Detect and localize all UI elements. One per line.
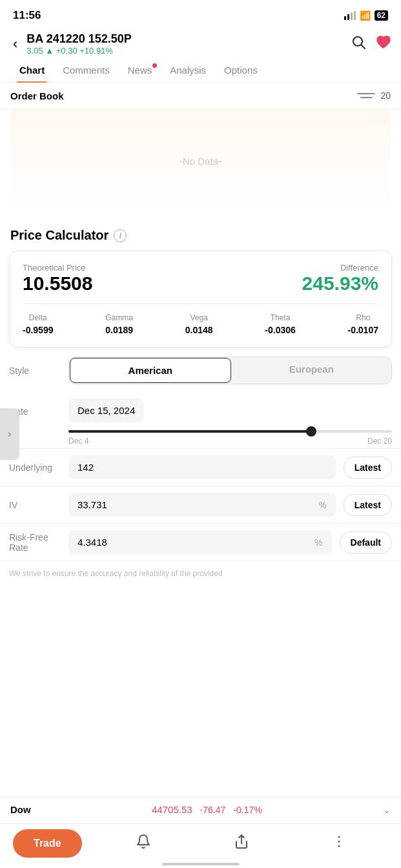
- header-title-block: BA 241220 152.50P 3.05 ▲ +0.30 +10.91%: [26, 32, 131, 56]
- risk-free-rate-input[interactable]: 4.3418 %: [68, 530, 332, 554]
- header-title: BA 241220 152.50P: [26, 32, 131, 46]
- svg-point-4: [338, 841, 340, 843]
- american-style-button[interactable]: American: [70, 358, 231, 383]
- notification-icon[interactable]: [129, 831, 158, 856]
- gamma-value: 0.0189: [105, 325, 133, 335]
- risk-free-rate-label: Risk-Free Rate: [9, 532, 61, 553]
- ticker-values: 44705.53 -76.47 -0.17%: [152, 804, 262, 815]
- wifi-icon: 📶: [360, 10, 371, 21]
- calc-divider: [23, 304, 378, 304]
- svg-line-1: [362, 45, 365, 49]
- date-input[interactable]: Dec 15, 2024: [68, 398, 144, 422]
- ticker-pct: -0.17%: [233, 805, 262, 815]
- header: ‹ BA 241220 152.50P 3.05 ▲ +0.30 +10.91%: [0, 28, 401, 58]
- tab-options[interactable]: Options: [215, 58, 267, 82]
- greek-theta: Theta -0.0306: [265, 313, 295, 335]
- header-left: ‹ BA 241220 152.50P 3.05 ▲ +0.30 +10.91%: [10, 32, 132, 56]
- price-calculator-card: Theoretical Price 10.5508 Difference 245…: [9, 251, 392, 347]
- section-title: Price Calculator: [10, 228, 108, 243]
- underlying-value: 142: [77, 462, 327, 473]
- style-label: Style: [9, 366, 61, 376]
- order-book-row: Order Book 20: [0, 83, 401, 109]
- underlying-latest-button[interactable]: Latest: [344, 457, 392, 479]
- chart-area: -No Data-: [10, 109, 391, 212]
- trade-button[interactable]: Trade: [13, 829, 82, 858]
- theta-label: Theta: [271, 313, 291, 322]
- order-book-controls: 20: [357, 89, 391, 102]
- header-right: [351, 34, 391, 54]
- sidebar-arrow-icon: ›: [8, 428, 11, 440]
- risk-free-rate-default-button[interactable]: Default: [340, 532, 392, 553]
- date-slider-container[interactable]: Dec 4 Dec 20: [68, 428, 392, 448]
- date-slider-fill: [68, 430, 311, 433]
- battery-indicator: 62: [375, 10, 388, 21]
- iv-latest-button[interactable]: Latest: [344, 494, 392, 516]
- theoretical-price-label: Theoretical Price: [23, 263, 92, 273]
- filter-icon[interactable]: [357, 89, 375, 102]
- favorite-icon[interactable]: [375, 34, 391, 54]
- delta-value: -0.9599: [23, 325, 53, 335]
- status-bar: 11:56 📶 62: [0, 0, 401, 28]
- underlying-label: Underlying: [9, 462, 61, 473]
- style-toggle: American European: [68, 356, 392, 384]
- rho-value: -0.0107: [348, 325, 378, 335]
- signal-bars-icon: [344, 11, 356, 20]
- iv-row: IV 33.731 % Latest: [0, 486, 401, 523]
- date-right: Dec 15, 2024 Dec 4 Dec 20: [68, 398, 392, 448]
- date-slider-thumb: [306, 426, 316, 437]
- tab-chart[interactable]: Chart: [10, 58, 54, 82]
- ticker-name: Dow: [10, 804, 31, 815]
- underlying-row: Underlying 142 Latest: [0, 448, 401, 486]
- tabs-bar: Chart Comments News Analysis Options: [0, 58, 401, 83]
- iv-label: IV: [9, 500, 61, 510]
- no-data-text: -No Data-: [180, 156, 221, 167]
- date-range-start: Dec 4: [68, 437, 88, 446]
- nav-icons: [95, 831, 388, 856]
- back-button[interactable]: ‹: [10, 33, 20, 55]
- sidebar-handle[interactable]: ›: [0, 408, 19, 460]
- greeks-row: Delta -0.9599 Gamma 0.0189 Vega 0.0148 T…: [23, 313, 378, 335]
- greek-delta: Delta -0.9599: [23, 313, 53, 335]
- disclaimer-text: We strive to ensure the accuracy and rel…: [0, 561, 401, 581]
- risk-free-rate-row: Risk-Free Rate 4.3418 % Default: [0, 523, 401, 561]
- tab-news[interactable]: News: [119, 58, 161, 82]
- greek-gamma: Gamma 0.0189: [105, 313, 133, 335]
- european-style-button[interactable]: European: [232, 357, 392, 384]
- info-icon[interactable]: i: [114, 229, 127, 242]
- difference-label: Difference: [302, 263, 378, 273]
- bottom-nav: Trade: [0, 823, 401, 868]
- greek-vega: Vega 0.0148: [185, 313, 213, 335]
- status-time: 11:56: [13, 9, 41, 22]
- ticker-price: 44705.53: [152, 804, 192, 815]
- underlying-input[interactable]: 142: [68, 455, 336, 479]
- order-count: 20: [380, 90, 391, 101]
- greek-rho: Rho -0.0107: [348, 313, 378, 335]
- theoretical-price-block: Theoretical Price 10.5508: [23, 263, 92, 294]
- gamma-label: Gamma: [105, 313, 133, 322]
- spacer: [0, 212, 401, 228]
- news-notification-dot: [152, 63, 157, 68]
- search-icon[interactable]: [351, 34, 366, 54]
- more-icon[interactable]: [325, 831, 353, 856]
- style-row: Style American European: [0, 347, 401, 393]
- rho-label: Rho: [356, 313, 370, 322]
- tab-comments[interactable]: Comments: [54, 58, 119, 82]
- ticker-chevron-icon[interactable]: ⌄: [383, 805, 391, 815]
- risk-free-rate-value: 4.3418: [77, 537, 311, 548]
- bottom-ticker: Dow 44705.53 -76.47 -0.17% ⌄: [0, 797, 401, 822]
- order-book-label: Order Book: [10, 90, 64, 101]
- calc-top-row: Theoretical Price 10.5508 Difference 245…: [23, 263, 378, 294]
- share-icon[interactable]: [227, 831, 256, 856]
- date-slider-track: [68, 430, 392, 433]
- date-row: Date Dec 15, 2024 Dec 4 Dec 20: [0, 393, 401, 448]
- vega-label: Vega: [190, 313, 207, 322]
- iv-input[interactable]: 33.731 %: [68, 493, 336, 517]
- tab-analysis[interactable]: Analysis: [161, 58, 215, 82]
- risk-free-rate-pct: %: [314, 537, 322, 548]
- header-subtitle: 3.05 ▲ +0.30 +10.91%: [26, 46, 131, 56]
- svg-point-5: [338, 845, 340, 847]
- theoretical-price-value: 10.5508: [23, 273, 92, 294]
- difference-block: Difference 245.93%: [302, 263, 378, 294]
- price-calculator-title-row: Price Calculator i: [0, 228, 401, 251]
- difference-value: 245.93%: [302, 273, 378, 294]
